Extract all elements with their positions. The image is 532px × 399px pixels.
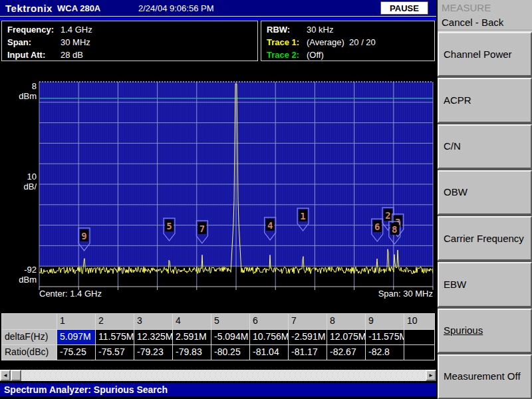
table-horizontal-scrollbar[interactable]: ◄ ► — [0, 370, 436, 381]
sidebar-item-ebw[interactable]: EBW — [438, 262, 532, 307]
spectrum-plot: 957416238 — [0, 61, 436, 317]
yaxis-scale-label: 10dB/ — [0, 172, 37, 192]
svg-text:7: 7 — [200, 223, 205, 234]
scrollbar-thumb[interactable] — [11, 370, 21, 381]
settings-label: Span: — [2, 36, 61, 49]
table-cell[interactable]: 10.756M — [250, 330, 289, 345]
column-header: 7 — [289, 313, 327, 330]
settings-label: Trace 1: — [261, 36, 307, 49]
sidebar-item-spurious[interactable]: Spurious — [438, 309, 532, 353]
menu-items: Channel PowerACPRC/NOBWCarrier Frequency… — [438, 32, 532, 399]
sidebar-item-label: EBW — [444, 279, 466, 291]
table-cell[interactable]: -80.25 — [211, 345, 250, 360]
svg-text:8: 8 — [392, 224, 397, 235]
settings-value: 1.4 GHz — [61, 23, 92, 36]
table-cell[interactable]: -82.67 — [327, 345, 366, 360]
menu-title: MEASURE — [442, 2, 491, 13]
table-cell[interactable]: -79.23 — [134, 345, 173, 360]
settings-panel-left: Frequency:1.4 GHzSpan:30 MHzInput Att:28… — [1, 21, 258, 61]
settings-panel-right: RBW:30 kHzTrace 1:(Average) 20 / 20Trace… — [261, 21, 435, 61]
sidebar-item-carrier-frequency[interactable]: Carrier Frequency — [438, 216, 532, 261]
table-cell[interactable]: -2.591M — [289, 330, 327, 345]
table-cell[interactable]: -79.83 — [173, 345, 211, 360]
table-cell[interactable]: -75.25 — [57, 345, 96, 360]
settings-value: 28 dB — [61, 49, 83, 61]
svg-text:5: 5 — [166, 221, 172, 231]
svg-text:2: 2 — [385, 210, 390, 221]
column-header: 8 — [327, 313, 366, 330]
settings-label: Trace 2: — [261, 49, 307, 61]
settings-value: 30 kHz — [307, 23, 333, 36]
settings-value: 30 MHz — [61, 36, 90, 49]
settings-row: Input Att:28 dB — [2, 49, 257, 61]
span-label: Span: 30 MHz — [378, 289, 433, 299]
settings-row: Trace 2:(Off) — [261, 49, 434, 61]
sidebar-item-label: Measurement Off — [444, 370, 521, 382]
table-cell[interactable]: -82.8 — [366, 345, 404, 360]
datetime-display: 2/24/04 9:06:56 PM — [138, 3, 213, 13]
settings-row: Span:30 MHz — [2, 36, 257, 49]
sidebar-item-label: OBW — [444, 186, 467, 198]
yaxis-top-label: 8dBm — [0, 81, 37, 101]
svg-text:9: 9 — [81, 231, 86, 241]
divider — [438, 30, 532, 31]
title-bar: Tektronix WCA 280A 2/24/04 9:06:56 PM PA… — [0, 0, 436, 16]
sidebar-item-obw[interactable]: OBW — [438, 170, 532, 215]
sidebar-item-label: Channel Power — [444, 49, 512, 61]
sidebar-item-label: C/N — [444, 140, 461, 152]
sidebar-item-measurement-off[interactable]: Measurement Off — [438, 354, 532, 399]
settings-label: Input Att: — [2, 49, 61, 61]
settings-label: RBW: — [261, 23, 307, 36]
table-cell[interactable]: 5.097M — [57, 330, 96, 345]
sidebar-item-c-n[interactable]: C/N — [438, 124, 532, 169]
table-row: Ratio(dBc)-75.25-75.57-79.23-79.83-80.25… — [1, 345, 435, 360]
scroll-left-arrow-icon[interactable]: ◄ — [0, 370, 11, 381]
table-cell[interactable] — [404, 330, 435, 345]
table-cell[interactable]: -11.575M — [366, 330, 404, 345]
scroll-right-arrow-icon[interactable]: ► — [426, 370, 436, 381]
spurious-results-table: 12345678910deltaF(Hz)5.097M11.575M12.325… — [1, 313, 435, 360]
column-header: 10 — [404, 313, 435, 330]
column-header: 4 — [173, 313, 211, 330]
instrument-screen: Tektronix WCA 280A 2/24/04 9:06:56 PM PA… — [0, 0, 532, 399]
column-header: 2 — [96, 313, 134, 330]
column-header: 3 — [134, 313, 173, 330]
column-header: 1 — [57, 313, 96, 330]
row-label: deltaF(Hz) — [1, 330, 57, 345]
pause-button[interactable]: PAUSE — [380, 1, 428, 15]
model-label: WCA 280A — [57, 3, 100, 13]
sidebar-item-label: Carrier Frequency — [444, 233, 524, 245]
settings-value: (Off) — [307, 49, 324, 61]
table-cell[interactable]: -75.57 — [96, 345, 134, 360]
brand-logo: Tektronix — [5, 3, 53, 14]
column-header: 6 — [250, 313, 289, 330]
table-row: deltaF(Hz)5.097M11.575M12.325M2.591M-5.0… — [1, 330, 435, 345]
table-cell[interactable]: -81.04 — [250, 345, 289, 360]
xaxis-labels: Center: 1.4 GHz Span: 30 MHz — [39, 289, 433, 299]
settings-value: (Average) 20 / 20 — [307, 36, 376, 49]
svg-text:6: 6 — [374, 221, 380, 232]
table-corner-cell — [1, 313, 57, 330]
settings-row: RBW:30 kHz — [261, 23, 434, 36]
column-header: 5 — [211, 313, 250, 330]
yaxis-bottom-label: -92dBm — [0, 265, 37, 285]
table-cell[interactable]: 11.575M — [96, 330, 134, 345]
table-cell[interactable]: 12.075M — [327, 330, 366, 345]
settings-row: Frequency:1.4 GHz — [2, 23, 257, 36]
row-label: Ratio(dBc) — [1, 345, 57, 360]
measure-menu: MEASURE Cancel - Back Channel PowerACPRC… — [436, 0, 532, 399]
table-cell[interactable]: 12.325M — [134, 330, 173, 345]
sidebar-item-acpr[interactable]: ACPR — [438, 78, 532, 122]
cancel-back-button[interactable]: Cancel - Back — [442, 17, 503, 28]
table-cell[interactable]: -5.094M — [211, 330, 250, 345]
sidebar-item-channel-power[interactable]: Channel Power — [438, 32, 532, 76]
table-cell[interactable] — [404, 345, 435, 360]
column-header: 9 — [366, 313, 404, 330]
settings-row: Trace 1:(Average) 20 / 20 — [261, 36, 434, 49]
table-header-row: 12345678910 — [1, 313, 435, 330]
svg-text:1: 1 — [300, 211, 305, 221]
table-cell[interactable]: 2.591M — [173, 330, 211, 345]
sidebar-item-label: ACPR — [444, 94, 471, 106]
status-bar: Spectrum Analyzer: Spurious Search — [0, 383, 436, 396]
table-cell[interactable]: -81.17 — [289, 345, 327, 360]
